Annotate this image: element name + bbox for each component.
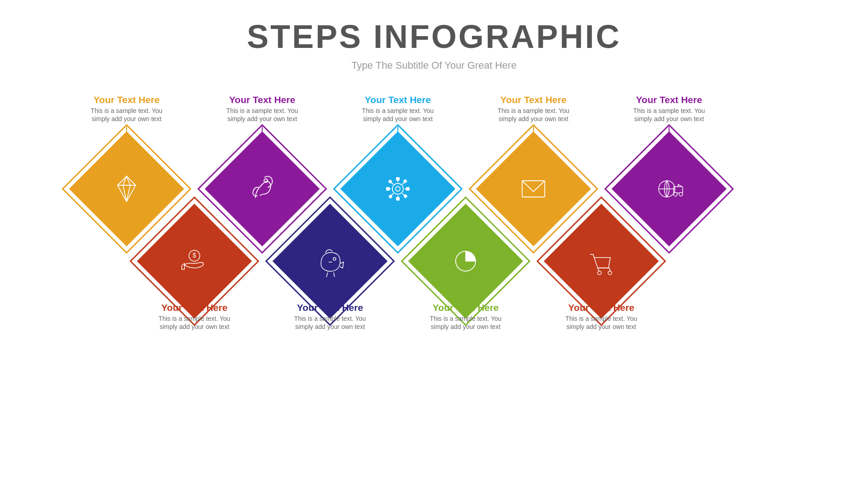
step7-title: Your Text Here <box>500 94 566 105</box>
svg-rect-35 <box>476 131 591 247</box>
step5-desc2: simply add your own text <box>363 115 433 122</box>
main-title: STEPS INFOGRAPHIC <box>247 18 621 55</box>
svg-rect-29 <box>406 187 410 191</box>
infographic-area: $ <box>50 89 818 352</box>
step4-desc1: This is a sample text. You <box>294 315 366 322</box>
step7-desc1: This is a sample text. You <box>498 107 570 114</box>
step6-title: Your Text Here <box>433 302 499 313</box>
svg-point-46 <box>679 192 683 196</box>
page: STEPS INFOGRAPHIC Type The Subtitle Of Y… <box>0 0 868 488</box>
step5-title: Your Text Here <box>365 94 431 105</box>
svg-rect-10 <box>205 131 320 247</box>
subtitle: Type The Subtitle Of Your Great Here <box>351 60 516 71</box>
step3-desc2: simply add your own text <box>227 115 297 122</box>
step1-desc2: simply add your own text <box>92 115 161 122</box>
step3-title: Your Text Here <box>229 94 295 105</box>
step2-title: Your Text Here <box>161 302 227 313</box>
svg-text:$: $ <box>193 252 196 259</box>
step4-title: Your Text Here <box>297 302 363 313</box>
svg-rect-1 <box>69 131 184 247</box>
step9-title: Your Text Here <box>636 94 702 105</box>
step2-desc2: simply add your own text <box>160 323 229 330</box>
step1-desc1: This is a sample text. You <box>91 107 163 114</box>
infographic-svg: $ <box>50 89 818 352</box>
step9-desc1: This is a sample text. You <box>633 107 705 114</box>
svg-rect-28 <box>386 187 390 191</box>
step8-title: Your Text Here <box>568 302 634 313</box>
step4-desc2: simply add your own text <box>295 323 365 330</box>
step1-title: Your Text Here <box>94 94 160 105</box>
step9-desc2: simply add your own text <box>634 115 704 122</box>
step8-desc2: simply add your own text <box>566 323 636 330</box>
step3-desc1: This is a sample text. You <box>226 107 298 114</box>
step7-desc2: simply add your own text <box>499 115 568 122</box>
step2-desc1: This is a sample text. You <box>159 315 231 322</box>
svg-rect-27 <box>396 197 400 201</box>
svg-rect-26 <box>396 177 400 181</box>
step6-desc2: simply add your own text <box>431 323 500 330</box>
step8-desc1: This is a sample text. You <box>566 315 637 322</box>
step5-desc1: This is a sample text. You <box>362 107 434 114</box>
step6-desc1: This is a sample text. You <box>430 315 502 322</box>
svg-rect-14 <box>340 131 456 247</box>
svg-point-45 <box>674 192 677 196</box>
